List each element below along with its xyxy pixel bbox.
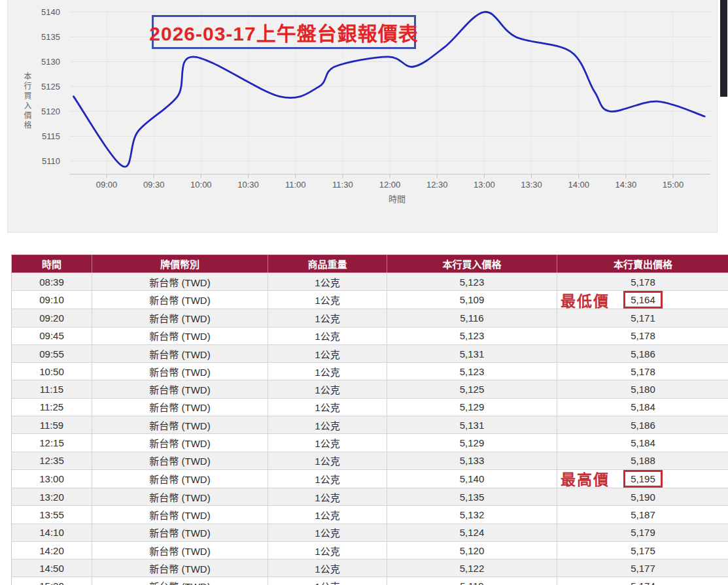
table-row: 13:55新台幣 (TWD)1公克5,1325,187 <box>12 505 728 523</box>
time-cell: 10:50 <box>12 362 92 380</box>
buy-price-cell: 5,116 <box>387 309 557 326</box>
sell-price-cell: 5,186 <box>557 416 728 433</box>
weight-cell: 1公克 <box>268 362 387 380</box>
price-annotation-label: 最高價 <box>561 467 610 490</box>
buy-price-cell: 5,123 <box>387 327 557 344</box>
x-axis-tick-label: 11:00 <box>285 180 306 190</box>
time-cell: 13:55 <box>12 505 92 523</box>
sell-price-cell: 5,178 <box>557 273 728 290</box>
weight-cell: 1公克 <box>268 452 387 469</box>
currency-cell: 新台幣 (TWD) <box>92 416 268 433</box>
time-cell: 12:35 <box>12 452 92 469</box>
time-cell: 09:45 <box>12 327 92 344</box>
weight-cell: 1公克 <box>268 433 387 451</box>
currency-cell: 新台幣 (TWD) <box>92 469 268 488</box>
currency-cell: 新台幣 (TWD) <box>92 344 268 362</box>
table-row: 15:20新台幣 (TWD)1公克5,1195,174 <box>12 577 728 585</box>
column-header: 牌價幣別 <box>92 255 268 273</box>
time-cell: 13:20 <box>12 488 92 505</box>
quote-table: 時間牌價幣別商品重量本行買入價格本行賣出價格 08:39新台幣 (TWD)1公克… <box>11 254 728 585</box>
currency-cell: 新台幣 (TWD) <box>92 524 268 541</box>
buy-price-cell: 5,132 <box>387 505 557 523</box>
table-header-row: 時間牌價幣別商品重量本行買入價格本行賣出價格 <box>12 255 728 273</box>
x-axis-tick-label: 11:30 <box>332 180 353 190</box>
weight-cell: 1公克 <box>268 541 387 559</box>
currency-cell: 新台幣 (TWD) <box>92 398 268 416</box>
currency-cell: 新台幣 (TWD) <box>92 273 268 290</box>
table-row: 14:50新台幣 (TWD)1公克5,1225,177 <box>12 559 728 577</box>
currency-cell: 新台幣 (TWD) <box>92 541 268 559</box>
time-cell: 15:20 <box>12 577 92 585</box>
sell-price-cell: 5,179 <box>557 524 728 541</box>
x-axis-tick-label: 15:00 <box>663 180 684 190</box>
table-row: 11:15新台幣 (TWD)1公克5,1255,180 <box>12 380 728 397</box>
buy-price-cell: 5,129 <box>387 433 557 451</box>
weight-cell: 1公克 <box>268 273 387 290</box>
x-axis-tick-label: 14:00 <box>568 180 589 190</box>
time-cell: 09:20 <box>12 309 92 326</box>
weight-cell: 1公克 <box>268 398 387 416</box>
buy-price-cell: 5,140 <box>387 469 557 488</box>
sell-price-cell: 5,171 <box>557 309 728 326</box>
time-cell: 08:39 <box>12 273 92 290</box>
buy-price-cell: 5,125 <box>387 380 557 397</box>
sell-price-cell: 5,190 <box>557 488 728 505</box>
y-axis-tick-label: 5135 <box>41 32 60 42</box>
x-axis-tick-label: 13:00 <box>474 180 495 190</box>
table-row: 14:10新台幣 (TWD)1公克5,1245,179 <box>12 524 728 541</box>
currency-cell: 新台幣 (TWD) <box>92 327 268 344</box>
table-row: 09:55新台幣 (TWD)1公克5,1315,186 <box>12 344 728 362</box>
y-axis-tick-label: 5115 <box>42 131 60 141</box>
currency-cell: 新台幣 (TWD) <box>92 380 268 397</box>
x-axis-tick-label: 13:30 <box>521 180 542 190</box>
time-cell: 14:20 <box>12 541 92 559</box>
highlighted-price-box: 5,164 <box>623 291 663 309</box>
sell-price-cell: 最低價5,164 <box>557 290 728 309</box>
buy-price-cell: 5,123 <box>387 273 557 290</box>
x-axis-tick-label: 14:30 <box>615 180 637 190</box>
buy-price-cell: 5,122 <box>387 559 557 577</box>
weight-cell: 1公克 <box>268 488 387 505</box>
y-axis-tick-label: 5130 <box>41 57 60 67</box>
time-cell: 09:10 <box>12 290 92 309</box>
column-header: 本行買入價格 <box>387 255 557 273</box>
x-axis-tick-label: 09:00 <box>96 180 118 190</box>
table-row: 12:15新台幣 (TWD)1公克5,1295,184 <box>12 433 728 451</box>
weight-cell: 1公克 <box>268 380 387 397</box>
table-row: 13:20新台幣 (TWD)1公克5,1355,190 <box>12 488 728 505</box>
table-row: 12:35新台幣 (TWD)1公克5,1335,188 <box>12 452 728 469</box>
buy-price-cell: 5,123 <box>387 362 557 380</box>
weight-cell: 1公克 <box>268 416 387 433</box>
sell-price-cell: 5,177 <box>557 559 728 577</box>
y-axis-title: 本行買入價格 <box>22 72 31 131</box>
time-cell: 11:59 <box>12 416 92 433</box>
table-row: 10:50新台幣 (TWD)1公克5,1235,178 <box>12 362 728 380</box>
weight-cell: 1公克 <box>268 505 387 523</box>
sell-price-cell: 5,175 <box>557 541 728 559</box>
sell-price-cell: 5,184 <box>557 398 728 416</box>
time-cell: 11:25 <box>12 398 92 416</box>
price-annotation-label: 最低價 <box>561 289 610 311</box>
buy-price-cell: 5,135 <box>387 488 557 505</box>
currency-cell: 新台幣 (TWD) <box>92 505 268 523</box>
x-axis-tick-label: 12:30 <box>426 180 448 190</box>
x-axis-tick-label: 10:30 <box>237 180 259 190</box>
table-row: 13:00新台幣 (TWD)1公克5,140最高價5,195 <box>12 469 728 488</box>
weight-cell: 1公克 <box>268 309 387 326</box>
table-row: 09:20新台幣 (TWD)1公克5,1165,171 <box>12 309 728 326</box>
weight-cell: 1公克 <box>268 290 387 309</box>
table-row: 08:39新台幣 (TWD)1公克5,1235,178 <box>12 273 728 290</box>
sell-price-cell: 5,188 <box>557 452 728 469</box>
time-cell: 14:10 <box>12 524 92 541</box>
table-row: 09:45新台幣 (TWD)1公克5,1235,178 <box>12 327 728 344</box>
x-axis-tick-label: 09:30 <box>143 180 165 190</box>
sell-price-cell: 5,187 <box>557 505 728 523</box>
y-axis-tick-label: 5120 <box>41 107 60 116</box>
sell-price-cell: 5,178 <box>557 327 728 344</box>
x-axis-tick-label: 12:00 <box>379 180 401 190</box>
scrollbar-track[interactable] <box>718 0 728 254</box>
highlighted-price-box: 5,195 <box>623 470 663 488</box>
buy-price-cell: 5,129 <box>387 398 557 416</box>
column-header: 本行賣出價格 <box>557 255 728 273</box>
scrollbar-thumb[interactable] <box>720 0 727 97</box>
